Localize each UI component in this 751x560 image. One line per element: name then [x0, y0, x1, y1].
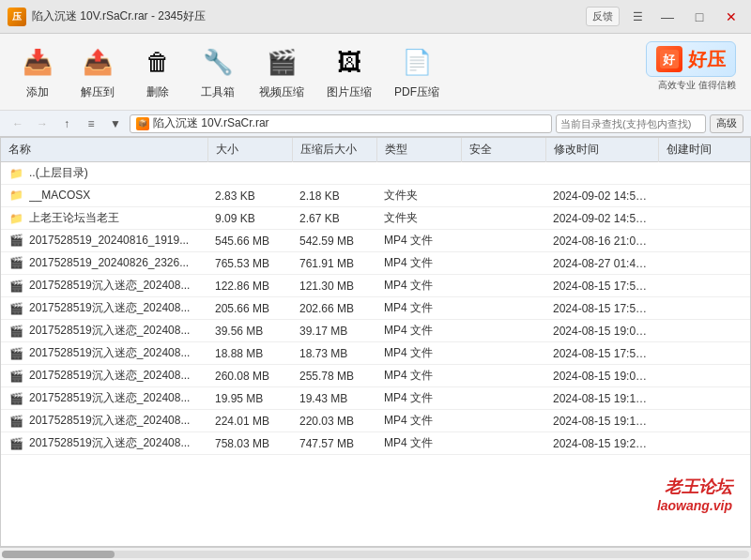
col-header-5[interactable]: 修改时间 [545, 138, 658, 162]
list-view-button[interactable]: ≡ [81, 114, 101, 134]
file-type-8: MP4 文件 [376, 342, 461, 365]
file-size-1: 2.83 KB [207, 185, 292, 207]
file-name-2: 📁上老王论坛当老王 [1, 207, 207, 229]
col-header-6[interactable]: 创建时间 [658, 138, 751, 162]
file-modTime-7: 2024-08-15 19:07:... [545, 320, 658, 342]
table-row[interactable]: 🎬2017528519沉入迷恋_202408...205.66 MB202.66… [1, 297, 751, 320]
toolbar-add-button[interactable]: 📥添加 [11, 39, 64, 104]
title-bar: 压 陷入沉迷 10V.rSaCr.rar - 2345好压 反馈 ☰ — □ ✕ [0, 0, 751, 34]
file-size-0 [207, 162, 292, 185]
file-modTime-2: 2024-09-02 14:58:... [545, 207, 658, 230]
file-compressedSize-11: 220.03 MB [292, 410, 376, 432]
delete-label: 删除 [146, 84, 169, 100]
file-icon-2: 📁 [8, 211, 23, 226]
table-row[interactable]: 🎬2017528519_20240816_1919...545.66 MB542… [1, 230, 751, 252]
file-modTime-10: 2024-08-15 19:11:... [545, 387, 658, 410]
file-type-7: MP4 文件 [376, 320, 461, 342]
file-icon-1: 📁 [8, 188, 23, 203]
title-bar-controls: 反馈 ☰ — □ ✕ [586, 7, 743, 27]
minimize-button[interactable]: — [655, 8, 680, 26]
file-safe-12 [461, 432, 545, 455]
image-icon: 🖼 [330, 43, 368, 81]
file-safe-4 [461, 252, 545, 275]
table-row[interactable]: 🎬2017528519沉入迷恋_202408...122.86 MB121.30… [1, 275, 751, 297]
forward-button[interactable]: → [32, 114, 53, 134]
file-type-5: MP4 文件 [376, 275, 461, 297]
extract-icon: 📤 [79, 43, 116, 81]
toolbar-image-button[interactable]: 🖼图片压缩 [319, 39, 379, 104]
table-row[interactable]: 🎬2017528519沉入迷恋_202408...39.56 MB39.17 M… [1, 320, 751, 342]
col-header-1[interactable]: 大小 [207, 138, 292, 162]
table-row[interactable]: 🎬2017528519_20240826_2326...765.53 MB761… [1, 252, 751, 275]
file-icon-11: 🎬 [8, 414, 23, 429]
horizontal-scrollbar[interactable] [0, 547, 751, 560]
file-icon-8: 🎬 [8, 346, 23, 361]
toolbar-tools-button[interactable]: 🔧工具箱 [192, 39, 244, 104]
advanced-search-button[interactable]: 高级 [710, 114, 743, 133]
file-compressedSize-3: 542.59 MB [292, 230, 376, 252]
col-header-0[interactable]: 名称 [1, 138, 207, 162]
file-icon-7: 🎬 [8, 324, 23, 339]
branding-area: 好 好压 高效专业 值得信赖 [646, 41, 736, 92]
file-name-12: 🎬2017528519沉入迷恋_202408... [1, 432, 207, 454]
add-label: 添加 [26, 84, 49, 100]
file-type-9: MP4 文件 [376, 365, 461, 387]
file-modTime-11: 2024-08-15 19:11:... [545, 410, 658, 432]
up-button[interactable]: ↑ [56, 114, 77, 134]
file-size-9: 260.08 MB [207, 365, 292, 387]
table-row[interactable]: 🎬2017528519沉入迷恋_202408...18.88 MB18.73 M… [1, 342, 751, 365]
toolbar-extract-button[interactable]: 📤解压到 [71, 39, 124, 104]
file-size-6: 205.66 MB [207, 297, 292, 320]
file-safe-6 [461, 297, 545, 320]
file-safe-8 [461, 342, 545, 365]
file-name-1: 📁__MACOSX [1, 185, 207, 205]
file-modTime-6: 2024-08-15 17:52:... [545, 297, 658, 320]
file-createTime-9 [658, 365, 751, 387]
table-row[interactable]: 🎬2017528519沉入迷恋_202408...19.95 MB19.43 M… [1, 387, 751, 410]
table-row[interactable]: 📁上老王论坛当老王9.09 KB2.67 KB文件夹2024-09-02 14:… [1, 207, 751, 230]
file-compressedSize-0 [292, 162, 376, 185]
file-createTime-10 [658, 387, 751, 410]
file-table-container[interactable]: 名称大小压缩后大小类型安全修改时间创建时间 📁..(上层目录)📁__MACOSX… [0, 137, 751, 547]
file-size-7: 39.56 MB [207, 320, 292, 342]
brand-icon: 好 [656, 46, 682, 72]
file-modTime-5: 2024-08-15 17:50:... [545, 275, 658, 297]
file-size-12: 758.03 MB [207, 432, 292, 455]
maximize-button[interactable]: □ [687, 8, 712, 26]
table-row[interactable]: 🎬2017528519沉入迷恋_202408...224.01 MB220.03… [1, 410, 751, 432]
back-button[interactable]: ← [8, 114, 28, 134]
scrollbar-thumb[interactable] [2, 551, 115, 558]
search-input[interactable] [556, 114, 706, 133]
file-size-8: 18.88 MB [207, 342, 292, 365]
file-createTime-8 [658, 342, 751, 365]
path-dropdown-button[interactable]: ▼ [105, 114, 126, 134]
branding-logo[interactable]: 好 好压 [646, 41, 736, 77]
toolbar-video-button[interactable]: 🎬视频压缩 [252, 39, 312, 104]
toolbar-delete-button[interactable]: 🗑删除 [131, 39, 184, 104]
col-header-4[interactable]: 安全 [461, 138, 545, 162]
watermark-text2: laowang.vip [657, 498, 732, 513]
file-createTime-3 [658, 230, 751, 252]
path-bar: 📦 陷入沉迷 10V.rSaCr.rar [130, 114, 552, 133]
file-modTime-12: 2024-08-15 19:20:... [545, 432, 658, 455]
toolbar-pdf-button[interactable]: 📄PDF压缩 [387, 39, 447, 104]
table-row[interactable]: 📁..(上层目录) [1, 162, 751, 185]
file-type-3: MP4 文件 [376, 230, 461, 252]
table-row[interactable]: 🎬2017528519沉入迷恋_202408...260.08 MB255.78… [1, 365, 751, 387]
close-button[interactable]: ✕ [719, 8, 743, 26]
table-row[interactable]: 🎬2017528519沉入迷恋_202408...758.03 MB747.57… [1, 432, 751, 455]
main-content: 名称大小压缩后大小类型安全修改时间创建时间 📁..(上层目录)📁__MACOSX… [0, 137, 751, 560]
feedback-button[interactable]: 反馈 [586, 7, 620, 26]
brand-name: 好压 [688, 47, 726, 72]
file-type-4: MP4 文件 [376, 252, 461, 275]
file-type-11: MP4 文件 [376, 410, 461, 432]
title-bar-left: 压 陷入沉迷 10V.rSaCr.rar - 2345好压 [8, 8, 206, 26]
hamburger-menu-icon[interactable]: ☰ [627, 7, 648, 27]
col-header-3[interactable]: 类型 [376, 138, 461, 162]
table-row[interactable]: 📁__MACOSX2.83 KB2.18 KB文件夹2024-09-02 14:… [1, 185, 751, 207]
watermark: 老王论坛 laowang.vip [657, 476, 732, 513]
file-icon-12: 🎬 [8, 436, 23, 451]
brand-tagline: 高效专业 值得信赖 [658, 79, 736, 92]
file-size-2: 9.09 KB [207, 207, 292, 230]
col-header-2[interactable]: 压缩后大小 [292, 138, 376, 162]
